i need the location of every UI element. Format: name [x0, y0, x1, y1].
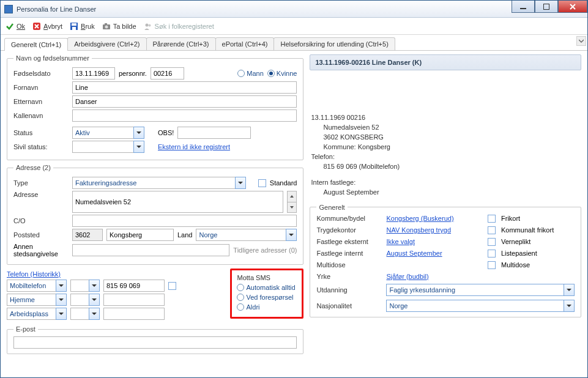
epost-input[interactable]: [13, 336, 297, 349]
radio-mann[interactable]: Mann: [237, 70, 264, 77]
annen-input[interactable]: [72, 244, 229, 256]
status-combo[interactable]: [72, 127, 133, 139]
bruk-button[interactable]: Bruk: [70, 22, 95, 31]
poststed-input[interactable]: [106, 229, 174, 241]
minimize-button[interactable]: [512, 1, 535, 13]
chevron-down-icon[interactable]: [564, 284, 575, 296]
ekst-link[interactable]: Ikke valgt: [386, 238, 485, 245]
utd-combo[interactable]: [386, 284, 564, 296]
ta-bilde-label: Ta bilde: [113, 23, 136, 30]
adresse-spinner[interactable]: [287, 191, 297, 213]
fornavn-input[interactable]: [72, 81, 297, 94]
tel1-number[interactable]: [103, 280, 165, 292]
tel3-code[interactable]: [70, 308, 89, 320]
type-combo[interactable]: [72, 177, 235, 189]
yrke-link[interactable]: Sjåfør (budbil): [386, 273, 485, 280]
sms-highlight-box: Motta SMS Automatisk alltid Ved forespør…: [230, 269, 303, 319]
nasj-combo[interactable]: [386, 300, 564, 312]
people-icon: [144, 22, 152, 31]
trygd-label: Trygdekontor: [316, 226, 384, 234]
maximize-button[interactable]: [535, 1, 558, 13]
frikort-checkbox[interactable]: [488, 215, 496, 223]
chevron-down-icon[interactable]: [56, 308, 67, 320]
kommunalt-label: Kommunalt frikort: [501, 226, 575, 234]
svg-rect-4: [72, 23, 76, 26]
tel1-type[interactable]: [7, 280, 56, 292]
adresse-label: Adresse: [13, 191, 69, 198]
svg-point-7: [105, 25, 108, 28]
tab-parorende[interactable]: Pårørende (Ctrl+3): [146, 37, 216, 50]
etternavn-input[interactable]: [72, 95, 297, 108]
obs-input[interactable]: [177, 127, 251, 139]
tab-arbeidsgivere[interactable]: Arbeidsgivere (Ctrl+2): [67, 37, 146, 50]
co-input[interactable]: [72, 215, 297, 227]
info-header: 13.11.1969-00216 Line Danser (K): [310, 54, 581, 70]
ta-bilde-button[interactable]: Ta bilde: [102, 22, 136, 31]
navn-legend: Navn og fødselsnummer: [13, 54, 92, 62]
multidose-checkbox[interactable]: [488, 261, 496, 269]
kommunalt-checkbox[interactable]: [488, 226, 496, 234]
personnr-label: personnr.: [119, 70, 147, 77]
trygd-link[interactable]: NAV Kongsberg trygd: [386, 226, 485, 234]
kommune-link[interactable]: Kongsberg (Buskerud): [386, 215, 485, 222]
close-button[interactable]: [558, 1, 587, 13]
svg-point-10: [148, 24, 151, 26]
generelt-group: Generelt Kommune/bydel Kongsberg (Busker…: [310, 204, 581, 317]
check-icon: [6, 22, 14, 31]
avbryt-button[interactable]: Avbryt: [32, 22, 62, 31]
ekstern-id-link[interactable]: Ekstern id ikke registrert: [158, 143, 230, 150]
tab-generelt[interactable]: Generelt (Ctrl+1): [4, 38, 68, 51]
multidose-chk-label: Multidose: [501, 261, 575, 269]
chevron-down-icon[interactable]: [89, 294, 100, 306]
tel1-code[interactable]: [70, 280, 89, 292]
chevron-down-icon[interactable]: [133, 141, 144, 153]
tab-eportal[interactable]: ePortal (Ctrl+4): [215, 37, 275, 50]
fodselsdato-label: Fødselsdato: [13, 70, 69, 77]
svg-rect-1: [543, 4, 549, 10]
epost-legend: E-post: [13, 325, 38, 333]
sivil-combo[interactable]: [72, 141, 133, 153]
kallenavn-input[interactable]: [72, 109, 297, 122]
fodselsdato-input[interactable]: [72, 67, 115, 80]
chevron-down-icon[interactable]: [133, 127, 144, 139]
chevron-down-icon[interactable]: [89, 308, 100, 320]
poststed-label: Poststed: [13, 231, 69, 239]
chevron-down-icon[interactable]: [235, 177, 246, 189]
adresse-group: Adresse (2) Type Standard Adresse: [7, 164, 303, 265]
chevron-down-icon[interactable]: [564, 300, 575, 312]
sok-button[interactable]: Søk i folkeregisteret: [144, 22, 214, 31]
tab-scroll-button[interactable]: [576, 36, 586, 46]
listepasient-checkbox[interactable]: [488, 250, 496, 258]
cancel-icon: [32, 22, 41, 31]
adresse-input[interactable]: [72, 191, 283, 213]
camera-icon: [102, 22, 111, 31]
yrke-label: Yrke: [316, 273, 384, 280]
tidligere-link[interactable]: Tidligere adresser (0): [233, 246, 297, 254]
chevron-down-icon[interactable]: [56, 280, 67, 292]
chevron-down-icon[interactable]: [286, 229, 297, 241]
chevron-down-icon[interactable]: [56, 294, 67, 306]
radio-foresporsel[interactable]: Ved forespørsel: [237, 294, 297, 301]
land-combo[interactable]: [196, 229, 286, 241]
personnr-input[interactable]: [151, 67, 184, 80]
tel2-type[interactable]: [7, 294, 56, 306]
radio-auto[interactable]: Automatisk alltid: [237, 284, 297, 291]
standard-checkbox[interactable]: [258, 179, 266, 187]
chevron-down-icon[interactable]: [89, 280, 100, 292]
telefon-link[interactable]: Telefon (Historikk): [7, 270, 61, 278]
tel2-code[interactable]: [70, 294, 89, 306]
radio-aldri[interactable]: Aldri: [237, 303, 297, 311]
int-link[interactable]: August September: [386, 250, 485, 257]
kallenavn-label: Kallenavn: [13, 112, 69, 119]
etternavn-label: Etternavn: [13, 98, 69, 105]
postnr-input: [72, 229, 103, 241]
tel2-number[interactable]: [103, 294, 165, 306]
tel1-checkbox[interactable]: [168, 282, 176, 290]
ekst-label: Fastlege eksternt: [316, 238, 384, 245]
ok-button[interactable]: Ok: [6, 22, 25, 31]
tab-helse[interactable]: Helseforsikring for utlending (Ctrl+5): [274, 37, 395, 50]
tel3-number[interactable]: [103, 308, 165, 320]
radio-kvinne[interactable]: Kvinne: [267, 70, 297, 77]
verneplikt-checkbox[interactable]: [488, 238, 496, 246]
tel3-type[interactable]: [7, 308, 56, 320]
